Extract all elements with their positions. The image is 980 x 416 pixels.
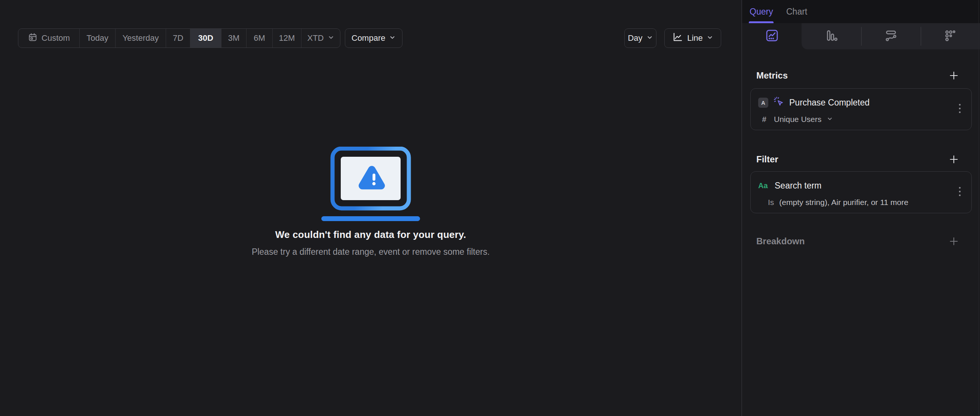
chart-type-label: Line (687, 33, 703, 43)
chevron-down-icon (328, 33, 334, 43)
date-range-label: Custom (41, 33, 70, 43)
query-builder-sidebar: Query Chart (741, 0, 980, 416)
add-metric-button[interactable] (947, 69, 961, 82)
add-breakdown-button[interactable] (947, 234, 961, 248)
view-tab-divider (861, 27, 862, 46)
date-range-label: Today (86, 33, 108, 43)
tab-query[interactable]: Query (749, 0, 773, 23)
filter-values-summary: (empty string), Air purifier, or 11 more (779, 198, 908, 207)
metric-card: A Purchase Completed # Unique Users (750, 88, 972, 130)
filter-property-name: Search term (775, 181, 821, 191)
date-range-segment-7d[interactable]: 7D (166, 29, 190, 48)
chevron-down-icon (389, 33, 396, 43)
compare-button[interactable]: Compare (345, 29, 402, 48)
event-cursor-click-icon (773, 97, 784, 108)
calendar-icon (28, 32, 38, 45)
date-range-segment-6m[interactable]: 6M (247, 29, 273, 48)
tab-chart[interactable]: Chart (786, 0, 807, 23)
date-range-label: 3M (228, 33, 240, 43)
line-chart-icon (672, 32, 683, 45)
view-tab-insights[interactable] (742, 23, 802, 49)
empty-state-subtitle: Please try a different date range, event… (0, 247, 741, 257)
date-range-segment-12m[interactable]: 12M (273, 29, 301, 48)
date-range-segment-3m[interactable]: 3M (221, 29, 247, 48)
metric-aggregation-label: Unique Users (774, 115, 821, 124)
breakdown-heading: Breakdown (756, 236, 805, 247)
sidebar-tab-bar: Query Chart (742, 0, 980, 23)
add-filter-button[interactable] (947, 153, 961, 166)
view-tab-funnels[interactable] (802, 23, 861, 49)
filter-heading: Filter (756, 154, 778, 164)
filter-operator: Is (768, 198, 774, 207)
metric-event-name: Purchase Completed (789, 98, 870, 108)
insights-report-screen: Custom Today Yesterday 7D 30D 3M 6M 12M … (0, 0, 980, 416)
date-range-label: 7D (173, 33, 183, 43)
filter-operator-values[interactable]: Is (empty string), Air purifier, or 11 m… (768, 196, 908, 208)
date-range-segment-today[interactable]: Today (80, 29, 116, 48)
dot-grid-icon (943, 29, 958, 44)
flows-icon (884, 29, 898, 44)
insights-line-chart-icon (765, 29, 779, 44)
tab-query-label: Query (749, 7, 773, 17)
metric-aggregation-dropdown[interactable]: # Unique Users (760, 113, 833, 125)
date-range-control: Custom Today Yesterday 7D 30D 3M 6M 12M … (18, 29, 340, 48)
metric-options-kebab-icon[interactable] (954, 102, 966, 117)
date-range-segment-xtd[interactable]: XTD (301, 29, 340, 48)
date-range-label: XTD (307, 33, 324, 43)
date-range-label: 30D (198, 33, 213, 43)
view-tab-divider (921, 27, 921, 46)
date-range-label: Yesterday (123, 33, 159, 43)
granularity-button[interactable]: Day (624, 29, 657, 48)
funnel-bars-icon (824, 29, 838, 44)
text-property-type-icon: Aa (758, 182, 769, 190)
view-tab-flows[interactable] (861, 23, 921, 49)
view-type-strip (742, 23, 980, 49)
no-data-laptop-illustration (321, 147, 420, 222)
chevron-down-icon (646, 33, 653, 43)
chevron-down-icon (827, 116, 833, 123)
tab-chart-label: Chart (786, 7, 807, 17)
view-tab-retention[interactable] (921, 23, 980, 49)
metric-event-row[interactable]: A Purchase Completed (758, 95, 870, 110)
date-range-label: 6M (254, 33, 265, 43)
filter-property-row[interactable]: Aa Search term (758, 178, 821, 193)
metric-series-badge: A (758, 98, 768, 108)
chevron-down-icon (706, 33, 713, 43)
filter-options-kebab-icon[interactable] (954, 185, 966, 200)
date-range-label: 12M (279, 33, 295, 43)
date-range-segment-yesterday[interactable]: Yesterday (116, 29, 166, 48)
granularity-label: Day (628, 33, 642, 43)
chart-type-button[interactable]: Line (664, 29, 721, 48)
empty-state-title: We couldn't find any data for your query… (0, 229, 741, 241)
main-area: Custom Today Yesterday 7D 30D 3M 6M 12M … (0, 0, 741, 416)
date-range-segment-30d[interactable]: 30D (190, 29, 221, 48)
compare-label: Compare (352, 33, 385, 43)
date-range-segment-custom[interactable]: Custom (18, 29, 80, 48)
filter-card: Aa Search term Is (empty string), Air pu… (750, 171, 972, 213)
hash-icon: # (760, 115, 768, 124)
metrics-heading: Metrics (756, 70, 788, 81)
